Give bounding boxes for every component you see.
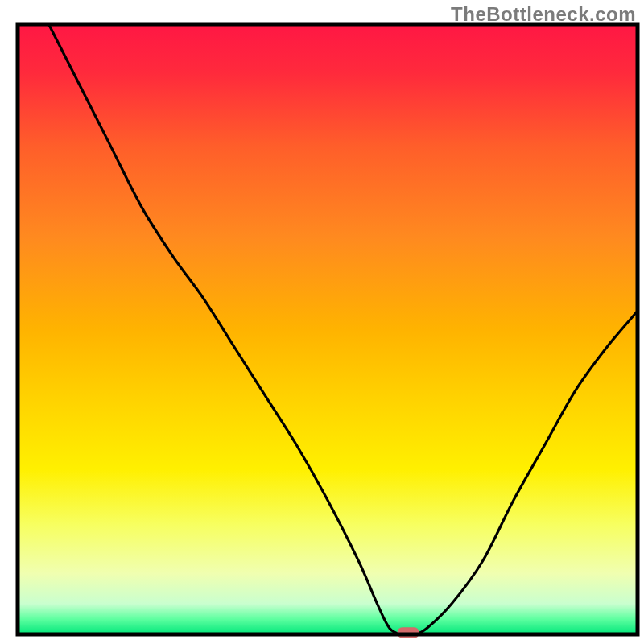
watermark-text: TheBottleneck.com <box>451 3 636 26</box>
chart-container: TheBottleneck.com <box>0 0 644 644</box>
gradient-background <box>18 24 638 634</box>
bottleneck-chart <box>0 0 644 644</box>
plot-area <box>18 24 638 638</box>
